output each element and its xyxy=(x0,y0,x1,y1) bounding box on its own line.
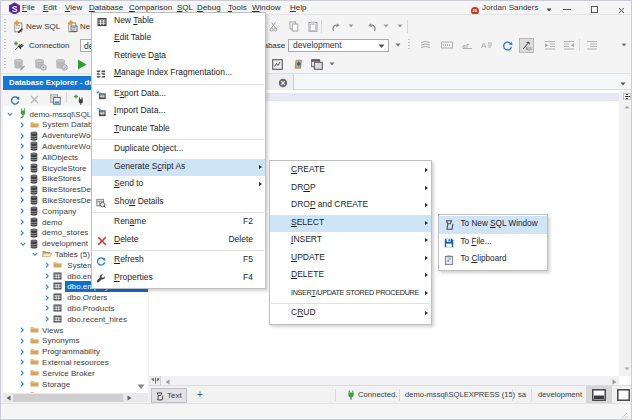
svg-text:A: A xyxy=(481,41,487,50)
svg-text:S: S xyxy=(11,3,17,13)
svg-text:SQL: SQL xyxy=(525,46,532,50)
